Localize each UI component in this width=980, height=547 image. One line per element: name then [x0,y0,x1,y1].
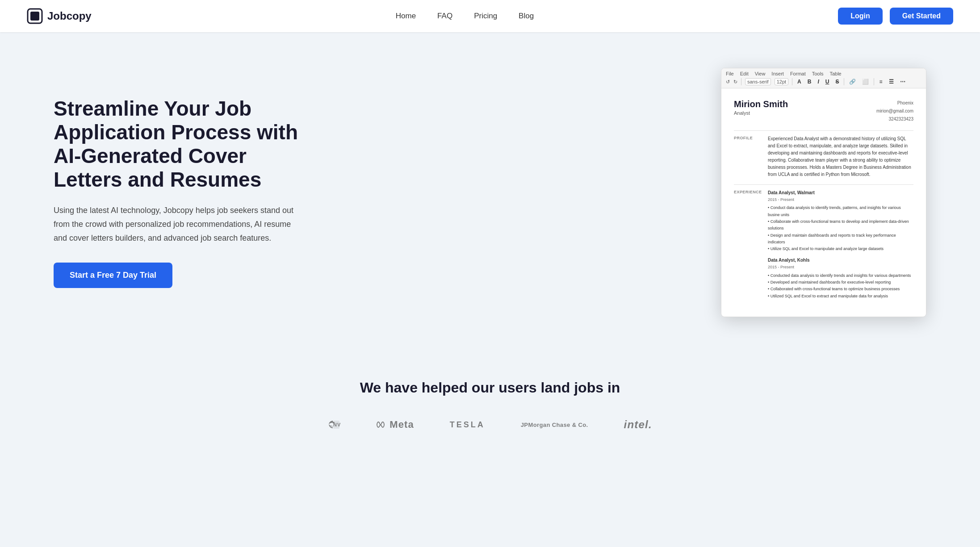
job-2-bullet-3: • Collaborated with cross-functional tea… [768,286,913,292]
svg-text:NVIDIA: NVIDIA [333,422,340,427]
sep3 [844,78,844,85]
nav-pricing[interactable]: Pricing [474,12,497,21]
brand-name: Jobcopy [47,10,92,22]
resume-body: Mirion Smith Analyst Phoenix mirion@gmai… [721,88,926,317]
resume-divider-2 [734,184,913,185]
underline-u: U [824,78,831,85]
jpmorgan-logo: JPMorgan Chase & Co. [521,422,588,428]
nav-actions: Login Get Started [838,8,953,25]
sep1 [741,78,741,85]
tesla-logo: TESLA [450,420,485,430]
menu-table: Table [829,71,841,76]
image-icon: ⬜ [861,78,870,85]
experience-content: Data Analyst, Walmart 2015 - Present • C… [768,189,913,300]
navbar: Jobcopy Home FAQ Pricing Blog Login Get … [0,0,980,32]
job-1-title: Data Analyst, Walmart [768,189,913,196]
toolbar-menu: File Edit View Insert Format Tools Table [726,71,921,76]
experience-label: EXPERIENCE [734,189,761,300]
menu-file: File [726,71,734,76]
resume-profile-section: PROFILE Experienced Data Analyst with a … [734,135,913,178]
nav-faq[interactable]: FAQ [437,12,452,21]
resume-divider-1 [734,130,913,131]
job-1-bullet-1: • Conduct data analysis to identify tren… [768,205,913,218]
intel-logo: intel. [624,418,652,431]
more-icon: ⋯ [899,78,907,85]
menu-insert: Insert [771,71,784,76]
nav-blog[interactable]: Blog [519,12,534,21]
job-2: Data Analyst, Kohls 2015 - Present • Con… [768,257,913,300]
profile-label: PROFILE [734,135,761,178]
list-icon: ☰ [888,78,895,85]
job-1: Data Analyst, Walmart 2015 - Present • C… [768,189,913,252]
toolbar-controls: ↺ ↻ sans-serif 12pt A B I U S 🔗 ⬜ ≡ [726,78,921,85]
resume-toolbar: File Edit View Insert Format Tools Table… [721,68,926,88]
job-2-bullet-2: • Developed and maintained dashboards fo… [768,279,913,286]
nav-home[interactable]: Home [396,12,416,21]
tesla-text: TESLA [450,420,485,429]
resume-window: File Edit View Insert Format Tools Table… [721,68,926,317]
undo-icon: ↺ [726,79,730,85]
nav-links: Home FAQ Pricing Blog [396,12,534,21]
resume-phone: 3242323423 [876,115,913,123]
job-2-bullet-1: • Conducted data analysis to identify tr… [768,272,913,279]
jpmorgan-text: JPMorgan Chase & Co. [521,422,588,428]
job-1-bullet-2: • Collaborate with cross-functional team… [768,218,913,232]
menu-edit: Edit [740,71,749,76]
sep4 [874,78,874,85]
menu-view: View [755,71,766,76]
resume-name: Mirion Smith [734,99,788,109]
hero-title: Streamline Your Job Application Process … [54,97,304,192]
job-1-bullet-4: • Utilize SQL and Excel to manipulate an… [768,246,913,252]
job-1-bullet-3: • Design and maintain dashboards and rep… [768,232,913,246]
bold-btn: A [796,78,803,85]
intel-text: intel. [624,418,652,430]
size-select: 12pt [775,78,788,85]
brand-logo[interactable]: Jobcopy [27,8,92,24]
menu-tools: Tools [812,71,824,76]
svg-rect-1 [30,12,39,21]
companies-logos: NVIDIA Meta TESLA JPMorgan Chase & Co. i… [54,418,926,431]
nvidia-logo: NVIDIA [328,421,340,429]
meta-icon [376,421,387,428]
resume-header: Mirion Smith Analyst Phoenix mirion@gmai… [734,99,913,123]
job-2-bullets: • Conducted data analysis to identify tr… [768,272,913,300]
hero-subtitle: Using the latest AI technology, Jobcopy … [54,204,304,245]
align-icon: ≡ [878,78,884,85]
resume-name-block: Mirion Smith Analyst [734,99,788,123]
meta-logo: Meta [376,419,414,430]
menu-format: Format [790,71,806,76]
job-2-bullet-4: • Utilized SQL and Excel to extract and … [768,293,913,300]
job-1-dates: 2015 - Present [768,196,913,203]
link-icon: 🔗 [848,78,857,85]
hero-section: Streamline Your Job Application Process … [0,32,980,353]
hero-content: Streamline Your Job Application Process … [54,97,304,288]
job-2-title: Data Analyst, Kohls [768,257,913,264]
resume-location: Phoenix [876,99,913,107]
bold-b: B [806,78,813,85]
resume-role: Analyst [734,110,788,116]
companies-title: We have helped our users land jobs in [54,380,926,396]
resume-contact: Phoenix mirion@gmail.com 3242323423 [876,99,913,123]
trial-button[interactable]: Start a Free 7 Day Trial [54,263,172,288]
login-button[interactable]: Login [838,8,883,25]
nvidia-icon: NVIDIA [328,421,340,429]
redo-icon: ↻ [733,79,737,85]
job-1-bullets: • Conduct data analysis to identify tren… [768,205,913,252]
companies-section: We have helped our users land jobs in NV… [0,353,980,458]
sep2 [792,78,792,85]
strikethrough-s: S [834,78,840,85]
get-started-button[interactable]: Get Started [890,8,953,25]
meta-text: Meta [389,419,414,430]
italic-i: I [816,78,820,85]
resume-experience-section: EXPERIENCE Data Analyst, Walmart 2015 - … [734,189,913,300]
profile-text: Experienced Data Analyst with a demonstr… [768,135,913,178]
job-2-dates: 2015 - Present [768,264,913,270]
resume-email: mirion@gmail.com [876,107,913,115]
resume-mockup: File Edit View Insert Format Tools Table… [721,68,926,317]
logo-icon [27,8,43,24]
font-select: sans-serif [745,78,771,85]
